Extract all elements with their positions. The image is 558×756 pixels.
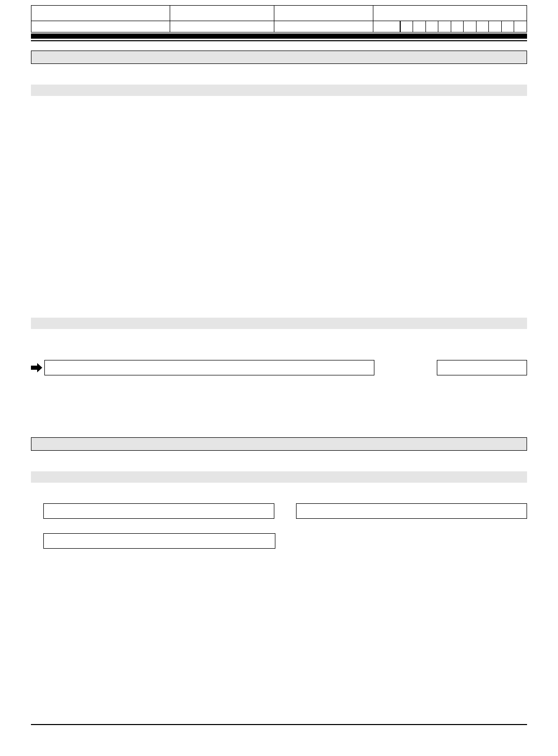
single-row [31, 533, 527, 549]
arrow-right-icon [31, 363, 42, 373]
pair-box-1[interactable] [43, 503, 274, 519]
header-r1-c2[interactable] [170, 6, 274, 21]
grid-cell-7[interactable] [489, 21, 502, 32]
header-r1-c1[interactable] [31, 6, 170, 21]
section-bar-3 [31, 471, 527, 483]
header-row-1 [31, 6, 527, 21]
black-bar [31, 34, 527, 39]
header-r2-c1[interactable] [31, 21, 170, 32]
header-r1-c3[interactable] [274, 6, 373, 21]
header-r2-c2[interactable] [170, 21, 274, 32]
grid-cell-5[interactable] [464, 21, 477, 32]
section-bar-1 [31, 85, 527, 96]
thin-line [31, 40, 527, 41]
grid-cell-6[interactable] [476, 21, 489, 32]
grid-cell-4[interactable] [451, 21, 464, 32]
pair-box-3[interactable] [43, 533, 275, 549]
grid-cell-3[interactable] [438, 21, 451, 32]
section-header-boxed-2 [31, 437, 527, 451]
arrow-small-box[interactable] [437, 360, 527, 375]
svg-marker-0 [31, 363, 42, 372]
section-header-boxed-1 [31, 51, 527, 64]
header-r1-c4[interactable] [373, 6, 527, 21]
header-r2-c3[interactable] [274, 21, 373, 32]
grid-cell-9[interactable] [514, 21, 527, 32]
grid-cell-2[interactable] [425, 21, 438, 32]
pair-row-1 [31, 503, 527, 519]
bottom-line [31, 724, 527, 725]
arrow-main-box[interactable] [44, 360, 374, 375]
grid-cell-8[interactable] [501, 21, 514, 32]
grid-cell-0[interactable] [400, 21, 413, 32]
header-r2-prefix[interactable] [373, 21, 401, 32]
grid-cell-1[interactable] [413, 21, 426, 32]
arrow-row [31, 360, 527, 375]
pair-box-2[interactable] [296, 503, 527, 519]
header-table [31, 5, 527, 32]
section-bar-2 [31, 318, 527, 329]
header-row-2 [31, 21, 527, 32]
